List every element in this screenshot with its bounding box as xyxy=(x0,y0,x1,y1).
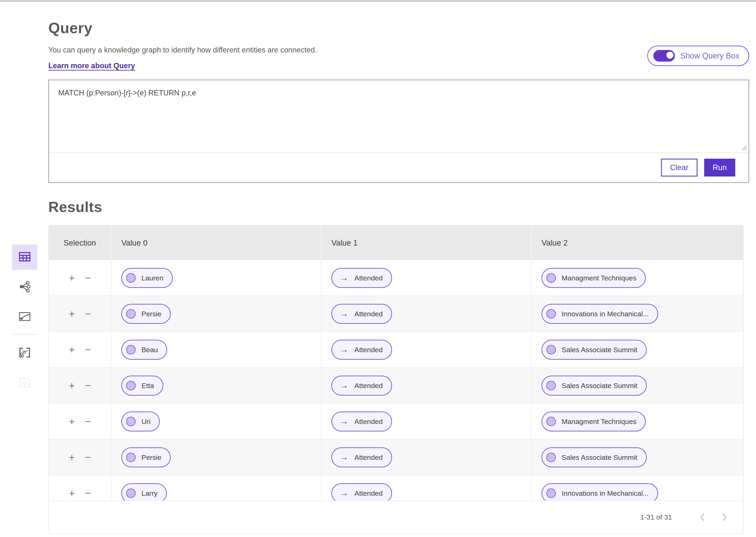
node-circle-icon xyxy=(546,381,556,391)
toggle-switch-icon[interactable] xyxy=(653,50,675,62)
pill-label: Innovations in Mechanical... xyxy=(562,490,649,497)
table-row: + − Persie →Attended Innovations in Mech… xyxy=(49,296,743,332)
arrow-right-icon: → xyxy=(339,452,349,462)
value2-cell: Managment Techniques xyxy=(532,404,743,439)
node-pill[interactable]: Managment Techniques xyxy=(541,412,646,432)
column-header-value1: Value 1 xyxy=(322,226,532,260)
column-header-selection: Selection xyxy=(49,226,111,260)
value1-cell: →Attended xyxy=(322,404,532,439)
node-circle-icon xyxy=(126,417,136,426)
query-box: MATCH (p:Person)-[r]->(e) RETURN p,r,e C… xyxy=(48,80,749,183)
node-circle-icon xyxy=(126,488,136,498)
value1-cell: →Attended xyxy=(322,368,532,403)
plus-icon[interactable]: + xyxy=(69,416,75,427)
node-circle-icon xyxy=(546,309,556,318)
sidebar-item-network-view[interactable] xyxy=(12,274,37,300)
node-pill[interactable]: Etta xyxy=(121,376,163,395)
minus-icon[interactable]: − xyxy=(85,345,91,355)
arrow-right-icon: → xyxy=(339,345,349,354)
table-row: + − Beau →Attended Sales Associate Summi… xyxy=(49,332,743,368)
edge-pill[interactable]: →Attended xyxy=(332,304,392,324)
value0-cell: Persie xyxy=(111,439,322,475)
table-row: + − Lauren →Attended Managment Technique… xyxy=(49,260,743,296)
node-circle-icon xyxy=(126,453,136,462)
view-sidebar xyxy=(12,245,37,400)
value2-cell: Sales Associate Summit xyxy=(532,332,743,367)
network-icon xyxy=(18,280,31,294)
pill-label: Attended xyxy=(354,310,383,317)
pill-label: Managment Techniques xyxy=(562,418,636,425)
chevron-right-icon[interactable] xyxy=(717,510,732,524)
node-pill[interactable]: Innovations in Mechanical... xyxy=(541,483,658,501)
edge-pill[interactable]: →Attended xyxy=(332,412,392,432)
plus-icon[interactable]: + xyxy=(69,309,75,319)
node-pill[interactable]: Uri xyxy=(121,412,160,432)
value0-cell: Uri xyxy=(111,404,322,439)
run-button[interactable]: Run xyxy=(704,159,735,177)
plus-icon[interactable]: + xyxy=(69,345,75,355)
sidebar-item-table-view[interactable] xyxy=(12,245,37,270)
selection-cell: + − xyxy=(49,368,111,403)
edge-pill[interactable]: →Attended xyxy=(332,376,392,395)
clear-button[interactable]: Clear xyxy=(661,159,697,177)
node-pill[interactable]: Lauren xyxy=(121,268,173,288)
plus-icon[interactable]: + xyxy=(69,488,75,498)
node-circle-icon xyxy=(126,345,136,354)
edge-pill[interactable]: →Attended xyxy=(332,483,392,501)
resize-handle-icon[interactable] xyxy=(740,143,747,150)
node-pill[interactable]: Persie xyxy=(121,304,171,324)
node-pill[interactable]: Managment Techniques xyxy=(541,268,646,288)
node-pill[interactable]: Beau xyxy=(121,340,167,360)
pill-label: Sales Associate Summit xyxy=(562,454,637,461)
selection-cell: + − xyxy=(49,475,111,501)
minus-icon[interactable]: − xyxy=(85,309,91,319)
node-pill[interactable]: Innovations in Mechanical... xyxy=(541,304,658,324)
pagination-range-label: 1-31 of 31 xyxy=(640,513,672,521)
plus-icon[interactable]: + xyxy=(69,452,75,463)
plus-icon[interactable]: + xyxy=(69,273,75,283)
edge-pill[interactable]: →Attended xyxy=(332,340,392,360)
node-circle-icon xyxy=(546,345,556,354)
value2-cell: Innovations in Mechanical... xyxy=(532,296,743,331)
arrow-right-icon: → xyxy=(339,416,349,426)
value2-cell: Sales Associate Summit xyxy=(532,368,743,403)
node-pill[interactable]: Sales Associate Summit xyxy=(541,447,647,467)
query-input[interactable]: MATCH (p:Person)-[r]->(e) RETURN p,r,e xyxy=(49,80,748,152)
value0-cell: Persie xyxy=(111,296,322,331)
learn-more-link[interactable]: Learn more about Query xyxy=(48,62,135,70)
edge-pill[interactable]: →Attended xyxy=(332,268,392,288)
value2-cell: Managment Techniques xyxy=(532,260,743,296)
sidebar-item-graph-frame-view[interactable] xyxy=(12,340,37,366)
pill-label: Persie xyxy=(141,310,161,317)
chevron-left-icon[interactable] xyxy=(695,510,710,524)
selection-cell: + − xyxy=(49,404,111,439)
table-row: + − Larry →Attended Innovations in Mecha… xyxy=(49,475,743,501)
pill-label: Sales Associate Summit xyxy=(562,382,637,389)
minus-icon[interactable]: − xyxy=(85,416,91,427)
node-pill[interactable]: Sales Associate Summit xyxy=(541,376,647,395)
node-pill[interactable]: Sales Associate Summit xyxy=(541,340,647,360)
top-border xyxy=(0,0,756,2)
edge-pill[interactable]: →Attended xyxy=(332,447,392,467)
node-pill[interactable]: Larry xyxy=(121,483,167,501)
main-content: Query You can query a knowledge graph to… xyxy=(0,20,756,534)
arrow-right-icon: → xyxy=(339,273,349,282)
sidebar-item-chart-view[interactable] xyxy=(12,304,37,330)
sidebar-divider xyxy=(12,334,37,335)
minus-icon[interactable]: − xyxy=(85,273,91,283)
minus-icon[interactable]: − xyxy=(85,380,91,391)
node-pill[interactable]: Persie xyxy=(121,447,171,467)
minus-icon[interactable]: − xyxy=(85,452,91,463)
pill-label: Innovations in Mechanical... xyxy=(562,310,649,317)
node-circle-icon xyxy=(546,488,556,498)
pill-label: Beau xyxy=(141,346,158,353)
table-row: + − Persie →Attended Sales Associate Sum… xyxy=(49,439,743,475)
node-circle-icon xyxy=(126,309,136,318)
selection-cell: + − xyxy=(49,332,111,367)
plus-icon[interactable]: + xyxy=(69,380,75,391)
minus-icon[interactable]: − xyxy=(85,488,91,498)
show-query-box-toggle[interactable]: Show Query Box xyxy=(647,46,749,66)
value2-cell: Innovations in Mechanical... xyxy=(532,475,743,501)
value2-cell: Sales Associate Summit xyxy=(532,439,743,475)
value1-cell: →Attended xyxy=(322,475,532,501)
